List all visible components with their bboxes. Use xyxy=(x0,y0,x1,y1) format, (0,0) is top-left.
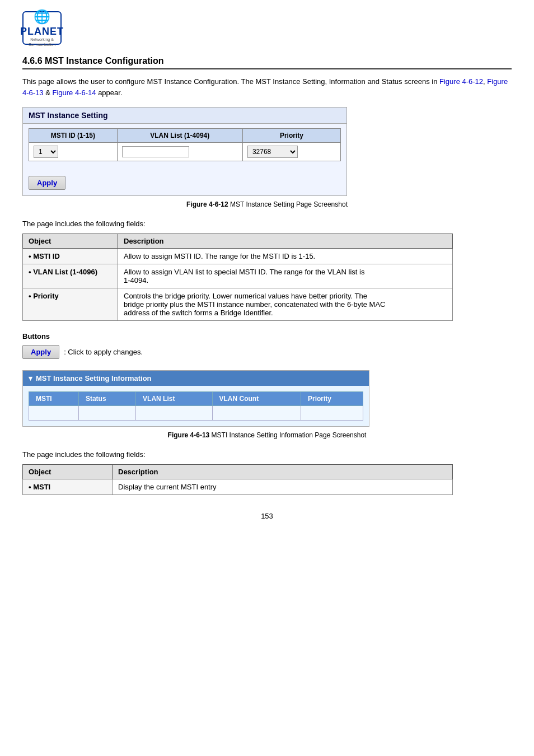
col-vlan-count: VLAN Count xyxy=(212,392,301,406)
vlan-list-cell xyxy=(117,143,242,161)
priority-select[interactable]: 0 4096 8192 12288 16384 20480 24576 2867… xyxy=(247,146,298,158)
empty-cell xyxy=(212,406,301,421)
col-msti: MSTI xyxy=(29,392,79,406)
buttons-desc: Apply : Click to apply changes. xyxy=(22,345,512,359)
mst-info-title-text: MST Instance Setting Information xyxy=(36,374,152,382)
empty-cell xyxy=(29,406,79,421)
table-row: MSTI Display the current MSTI entry xyxy=(23,479,453,495)
page-number: 153 xyxy=(22,512,512,520)
apply-desc-text: : Click to apply changes. xyxy=(64,348,143,356)
table-row: MSTI ID Allow to assign MSTI ID. The ran… xyxy=(23,249,453,264)
mst-setting-inner: MSTI ID (1-15) VLAN List (1-4094) Priori… xyxy=(23,124,346,171)
buttons-title: Buttons xyxy=(22,332,512,340)
fig12-caption: Figure 4-6-12 MST Instance Setting Page … xyxy=(22,200,512,208)
fields-header-desc-1: Description xyxy=(118,234,453,249)
bottom-field-object: MSTI xyxy=(23,479,113,495)
table-row: VLAN List (1-4096) Allow to assign VLAN … xyxy=(23,264,453,288)
fields-desc-1: The page includes the following fields: xyxy=(22,220,512,228)
buttons-section: Buttons Apply : Click to apply changes. xyxy=(22,332,512,359)
fields-table-2: Object Description MSTI Display the curr… xyxy=(22,464,453,495)
logo-area: 🌐 PLANET Networking & Communication xyxy=(22,11,512,45)
field-object: Priority xyxy=(23,288,118,321)
col-vlan-list: VLAN List (1-4094) xyxy=(117,129,242,143)
col-status: Status xyxy=(78,392,135,406)
globe-icon: 🌐 xyxy=(34,9,50,25)
link-fig12[interactable]: Figure 4-6-12 xyxy=(439,77,483,86)
fig13-caption: Figure 4-6-13 MSTI Instance Setting Info… xyxy=(22,431,512,439)
col-priority: Priority xyxy=(301,392,363,406)
msti-id-cell: 1 2 3 4 5 6 7 8 9 10 11 12 13 xyxy=(29,143,118,161)
field-desc: Controls the bridge priority. Lower nume… xyxy=(118,288,453,321)
logo-subtitle: Networking & Communication xyxy=(26,38,58,47)
empty-cell xyxy=(301,406,363,421)
mst-setting-box: MST Instance Setting MSTI ID (1-15) VLAN… xyxy=(22,107,347,196)
msti-id-select[interactable]: 1 2 3 4 5 6 7 8 9 10 11 12 13 xyxy=(34,146,58,158)
priority-cell: 0 4096 8192 12288 16384 20480 24576 2867… xyxy=(242,143,340,161)
field-desc: Allow to assign VLAN list to special MST… xyxy=(118,264,453,288)
apply-row: Apply xyxy=(23,171,346,195)
mst-info-title: ▾ MST Instance Setting Information xyxy=(23,371,369,386)
mst-setting-title: MST Instance Setting xyxy=(23,108,346,124)
apply-button-2[interactable]: Apply xyxy=(22,345,59,359)
fields-desc-2: The page includes the following fields: xyxy=(22,450,512,459)
intro-paragraph: This page allows the user to configure M… xyxy=(22,76,512,98)
empty-cell xyxy=(78,406,135,421)
field-object: MSTI ID xyxy=(23,249,118,264)
bottom-field-desc: Display the current MSTI entry xyxy=(113,479,453,495)
empty-cell xyxy=(136,406,212,421)
col-priority: Priority xyxy=(242,129,340,143)
field-desc: Allow to assign MSTI ID. The range for t… xyxy=(118,249,453,264)
fields-table-1: Object Description MSTI ID Allow to assi… xyxy=(22,234,453,321)
logo-box: 🌐 PLANET Networking & Communication xyxy=(22,11,62,45)
section-title: 4.6.6 MST Instance Configuration xyxy=(22,56,512,69)
table-row xyxy=(29,406,363,421)
col-vlan-list: VLAN List xyxy=(136,392,212,406)
field-object: VLAN List (1-4096) xyxy=(23,264,118,288)
bottom-header-desc: Description xyxy=(113,465,453,479)
vlan-list-input[interactable] xyxy=(122,146,189,157)
fields-header-object-1: Object xyxy=(23,234,118,249)
col-msti-id: MSTI ID (1-15) xyxy=(29,129,118,143)
mst-info-table: MSTI Status VLAN List VLAN Count Priorit… xyxy=(29,391,363,421)
mst-info-box: ▾ MST Instance Setting Information MSTI … xyxy=(22,370,369,427)
toggle-icon[interactable]: ▾ xyxy=(29,374,32,382)
apply-button-1[interactable]: Apply xyxy=(29,176,65,190)
mst-form-table: MSTI ID (1-15) VLAN List (1-4094) Priori… xyxy=(29,128,341,161)
link-fig14[interactable]: Figure 4-6-14 xyxy=(52,88,96,97)
bottom-header-object: Object xyxy=(23,465,113,479)
mst-info-inner: MSTI Status VLAN List VLAN Count Priorit… xyxy=(23,386,369,426)
brand-name: PLANET xyxy=(20,26,64,38)
table-row: Priority Controls the bridge priority. L… xyxy=(23,288,453,321)
